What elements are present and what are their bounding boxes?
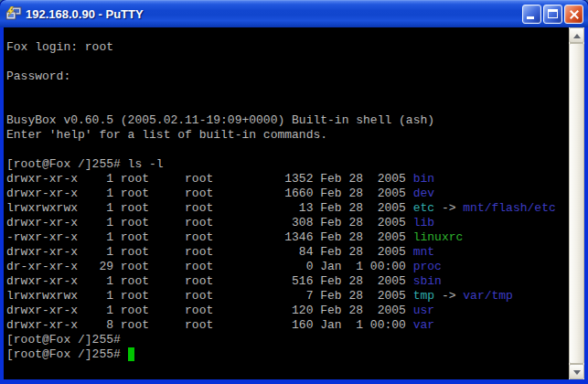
file-name: tmp (413, 289, 434, 303)
terminal-line: [root@Fox /]255# (6, 333, 569, 347)
chevron-up-icon (573, 34, 581, 38)
terminal-run: drwxr-xr-x 1 root root 516 Feb 28 2005 (6, 274, 413, 288)
file-name: var (413, 318, 434, 332)
terminal-run: -> (434, 201, 463, 215)
terminal-line: drwxr-xr-x 1 root root 308 Feb 28 2005 l… (6, 216, 569, 230)
terminal-run: lrwxrwxrwx 1 root root 7 Feb 28 2005 (6, 289, 413, 303)
window-title: 192.168.0.90 - PuTTY (26, 7, 520, 21)
terminal-run: drwxr-xr-x 1 root root 84 Feb 28 2005 (6, 245, 413, 259)
terminal-line: Fox login: root (6, 40, 569, 55)
terminal-line: drwxr-xr-x 1 root root 1352 Feb 28 2005 … (6, 172, 569, 187)
terminal-line: Password: (6, 69, 569, 84)
terminal-run: drwxr-xr-x 1 root root 120 Feb 28 2005 (6, 304, 413, 317)
terminal-line: BusyBox v0.60.5 (2005.02.11-19:09+0000) … (6, 113, 569, 128)
terminal-run: [root@Fox /]255# (6, 347, 128, 361)
terminal-line: -rwxr-xr-x 1 root root 1346 Feb 28 2005 … (6, 230, 569, 245)
close-button[interactable] (564, 5, 583, 24)
file-name: usr (413, 304, 434, 317)
terminal-run: Fox login: root (6, 40, 113, 54)
terminal-run: -rwxr-xr-x 1 root root 1346 Feb 28 2005 (6, 230, 413, 244)
file-name: sbin (413, 274, 442, 288)
terminal-run: lrwxrwxrwx 1 root root 13 Feb 28 2005 (6, 201, 413, 215)
putty-icon (5, 6, 22, 21)
scrollbar[interactable] (569, 27, 584, 379)
terminal-line: lrwxrwxrwx 1 root root 13 Feb 28 2005 et… (6, 201, 569, 216)
file-name: var/tmp (463, 289, 513, 303)
maximize-button[interactable] (543, 5, 562, 24)
terminal-line: Enter 'help' for a list of built-in comm… (6, 128, 569, 143)
terminal-run: [root@Fox /]255# (6, 333, 121, 347)
terminal-line: drwxr-xr-x 1 root root 1660 Feb 28 2005 … (6, 187, 569, 201)
file-name: lib (413, 216, 434, 229)
file-name: proc (413, 260, 442, 273)
file-name: dev (413, 187, 434, 200)
minimize-button[interactable] (522, 5, 541, 24)
terminal-line (6, 143, 569, 157)
terminal-line: [root@Fox /]255# (6, 347, 569, 362)
terminal-line: lrwxrwxrwx 1 root root 7 Feb 28 2005 tmp… (6, 289, 569, 304)
file-name: bin (413, 172, 434, 186)
maximize-icon (548, 9, 558, 18)
file-name: mnt/flash/etc (463, 201, 555, 215)
putty-window: 192.168.0.90 - PuTTY Fox login: rootPass… (0, 0, 588, 384)
terminal-line: dr-xr-xr-x 29 root root 0 Jan 1 00:00 pr… (6, 260, 569, 274)
file-name: linuxrc (413, 230, 464, 244)
terminal-run: drwxr-xr-x 1 root root 1352 Feb 28 2005 (6, 172, 413, 186)
title-bar[interactable]: 192.168.0.90 - PuTTY (0, 0, 588, 27)
file-name: mnt (413, 245, 434, 259)
terminal-run: [root@Fox /]255# ls -l (6, 157, 164, 171)
terminal-line (6, 84, 569, 99)
scroll-down-button[interactable] (569, 364, 584, 379)
terminal-line: drwxr-xr-x 1 root root 120 Feb 28 2005 u… (6, 304, 569, 318)
terminal-run: drwxr-xr-x 8 root root 160 Jan 1 00:00 (6, 318, 413, 332)
terminal-run: Password: (6, 69, 70, 83)
terminal-line: drwxr-xr-x 1 root root 516 Feb 28 2005 s… (6, 274, 569, 289)
terminal[interactable]: Fox login: rootPassword:BusyBox v0.60.5 … (4, 27, 584, 379)
scrollbar-thumb[interactable] (569, 43, 584, 364)
terminal-line: drwxr-xr-x 1 root root 84 Feb 28 2005 mn… (6, 245, 569, 260)
chevron-down-icon (573, 370, 581, 375)
terminal-run: dr-xr-xr-x 29 root root 0 Jan 1 00:00 (6, 260, 413, 273)
minimize-icon (527, 16, 534, 19)
terminal-run: drwxr-xr-x 1 root root 1660 Feb 28 2005 (6, 187, 413, 200)
terminal-cursor (128, 347, 135, 361)
terminal-line (6, 55, 569, 69)
terminal-run: BusyBox v0.60.5 (2005.02.11-19:09+0000) … (6, 113, 434, 127)
terminal-line: drwxr-xr-x 8 root root 160 Jan 1 00:00 v… (6, 318, 569, 333)
terminal-line (6, 99, 569, 113)
terminal-line: [root@Fox /]255# ls -l (6, 157, 569, 172)
terminal-text[interactable]: Fox login: rootPassword:BusyBox v0.60.5 … (4, 27, 569, 379)
file-name: etc (413, 201, 434, 215)
terminal-run: -> (434, 289, 463, 303)
scroll-up-button[interactable] (569, 27, 584, 43)
terminal-run: Enter 'help' for a list of built-in comm… (6, 128, 327, 142)
terminal-run: drwxr-xr-x 1 root root 308 Feb 28 2005 (6, 216, 413, 229)
